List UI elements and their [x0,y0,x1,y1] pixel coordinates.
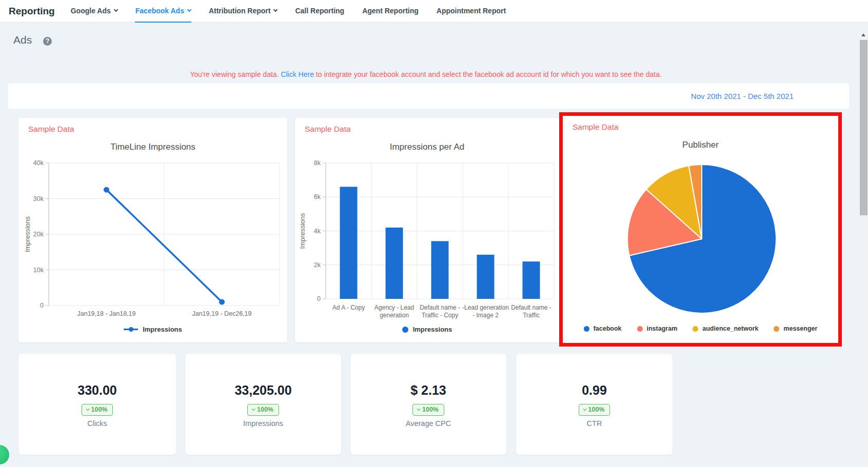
stat-value: 33,205.00 [185,383,341,398]
top-nav: Reporting Google Ads Facebook Ads Attrib… [0,0,868,23]
series-dot-icon [584,326,589,332]
chevron-down-icon [252,407,255,411]
chart-legend[interactable]: Impressions [295,326,559,333]
svg-text:40k: 40k [33,159,44,167]
chat-widget-button[interactable] [0,445,9,464]
svg-text:Ad A - Copy: Ad A - Copy [332,304,365,311]
nav-item-google-ads[interactable]: Google Ads [70,0,118,23]
svg-text:30k: 30k [33,195,44,202]
nav-item-label: Attribution Report [209,7,271,15]
chart-title: Publisher [563,140,838,150]
legend-label: audience_network [702,325,758,332]
legend-label: facebook [594,325,622,332]
chart-title: Impressions per Ad [295,142,559,152]
svg-text:2k: 2k [314,261,321,269]
chevron-down-icon [417,407,421,411]
stat-label: Average CPC [350,419,506,428]
nav-item-call-reporting[interactable]: Call Reporting [294,0,345,23]
sample-data-banner: You're viewing sample data. Click Here t… [0,70,852,78]
svg-text:-Lead generation: -Lead generation [462,304,509,311]
sample-data-label: Sample Data [28,125,74,134]
stat-value: 330.00 [18,383,176,398]
svg-text:10k: 10k [33,267,44,274]
nav-item-label: Appointment Report [437,7,506,15]
chart-card-publisher: Sample Data Publisher facebook instagram… [563,116,838,343]
svg-text:20k: 20k [33,231,44,238]
legend-item-facebook[interactable]: facebook [584,325,622,332]
banner-text: to integrate your facebook account and s… [316,70,662,78]
legend-label: Impressions [413,326,452,333]
nav-brand: Reporting [9,6,55,17]
date-range[interactable]: Nov 20th 2021 - Dec 5th 2021 [691,84,794,109]
help-icon[interactable]: ? [43,37,52,46]
change-value: 100% [91,406,108,413]
chart-title: TimeLine Impressions [18,142,287,152]
svg-text:6k: 6k [314,193,321,200]
legend-label: instagram [647,325,678,332]
stat-label: Impressions [185,419,341,428]
svg-text:Traffic - Copy: Traffic - Copy [422,312,458,319]
svg-text:8k: 8k [314,159,321,167]
chart-legend: facebook instagram audience_network mess… [563,325,838,332]
nav-item-agent-reporting[interactable]: Agent Reporting [362,0,419,23]
page-header: Ads ? [13,34,52,46]
chevron-down-icon [583,407,586,411]
nav-item-label: Google Ads [71,7,111,15]
series-dot-icon [774,326,779,332]
stat-label: CTR [516,419,673,428]
chevron-down-icon [114,7,118,11]
publisher-pie-chart[interactable] [625,162,779,316]
svg-text:0: 0 [317,295,321,302]
impressions-per-ad-bar-chart[interactable]: 02k4k6k8kImpressionsAd A - CopyAgency - … [298,155,557,325]
svg-text:Impressions: Impressions [24,216,31,252]
svg-text:0: 0 [40,302,44,309]
legend-label: Impressions [143,326,182,333]
banner-text: You're viewing sample data. [190,70,279,78]
svg-text:Impressions: Impressions [299,213,306,249]
chevron-down-icon [187,7,191,11]
change-value: 100% [257,406,273,413]
date-filter-bar: Nov 20th 2021 - Dec 5th 2021 [8,84,849,109]
vertical-scrollbar [859,29,868,467]
legend-label: messenger [783,325,817,332]
nav-item-appointment-report[interactable]: Appointment Report [436,0,506,23]
legend-item-messenger[interactable]: messenger [774,325,817,332]
change-value: 100% [422,406,439,413]
svg-text:Traffic: Traffic [523,312,540,319]
legend-item-audience-network[interactable]: audience_network [693,325,758,332]
line-series-marker-icon [124,327,138,332]
svg-text:generation: generation [380,312,409,319]
svg-text:Default name -: Default name - [511,304,551,311]
nav-item-label: Facebook Ads [135,7,184,15]
chart-legend[interactable]: Impressions [18,326,287,333]
stat-value: 0.99 [516,383,673,398]
svg-text:Default name -: Default name - [420,304,460,311]
svg-text:4k: 4k [314,228,321,235]
change-badge: 100% [412,404,444,416]
stat-card-average-cpc: $ 2.13 100% Average CPC [350,354,506,455]
change-badge: 100% [82,404,113,416]
svg-text:Jan19,19 - Dec26,19: Jan19,19 - Dec26,19 [192,310,251,317]
chart-card-impressions-per-ad: Sample Data Impressions per Ad 02k4k6k8k… [295,118,559,342]
series-dot-icon [402,327,408,333]
stat-value: $ 2.13 [350,383,506,398]
change-badge: 100% [579,404,610,416]
svg-text:Jan19,18 - Jan18,19: Jan19,18 - Jan18,19 [77,310,136,317]
nav-item-label: Agent Reporting [362,7,419,15]
scroll-up-arrow-icon[interactable] [861,33,865,36]
nav-item-facebook-ads[interactable]: Facebook Ads [135,0,191,23]
scrollbar-thumb[interactable] [860,40,867,215]
change-badge: 100% [247,404,279,416]
change-value: 100% [588,406,605,413]
timeline-impressions-line-chart[interactable]: 010k20k30k40kImpressionsJan19,18 - Jan18… [23,155,283,325]
series-dot-icon [693,326,698,332]
stat-card-clicks: 330.00 100% Clicks [18,354,176,455]
nav-tabs: Google Ads Facebook Ads Attribution Repo… [70,0,506,23]
stat-label: Clicks [18,419,176,428]
nav-item-attribution-report[interactable]: Attribution Report [208,0,278,23]
stat-card-impressions: 33,205.00 100% Impressions [185,354,341,455]
click-here-link[interactable]: Click Here [281,70,314,78]
series-dot-icon [637,326,643,332]
sample-data-label: Sample Data [573,123,619,132]
legend-item-instagram[interactable]: instagram [637,325,678,332]
